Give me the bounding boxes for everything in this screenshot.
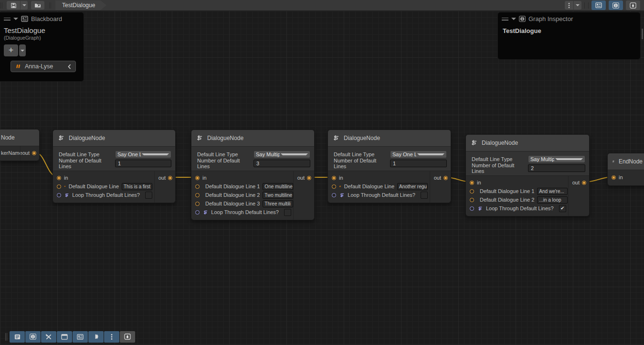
toolbar-separator <box>51 2 51 9</box>
port-label: Default Dialogue Line <box>344 183 394 189</box>
collapse-arrow-icon[interactable] <box>511 18 516 22</box>
console-button[interactable] <box>10 331 25 343</box>
end-node[interactable]: EndNode in <box>607 153 644 186</box>
dialogue-line-port[interactable] <box>195 193 200 197</box>
inspector-toggle-button[interactable] <box>609 0 623 10</box>
input-port[interactable] <box>332 176 336 180</box>
count-input[interactable]: 2 <box>528 164 585 172</box>
spark-button[interactable] <box>120 331 135 343</box>
inspector-selection-name: TestDialogue <box>503 27 635 34</box>
line-type-dropdown[interactable]: Say Multiple Lines <box>528 155 585 163</box>
dialogue-line-port[interactable] <box>195 202 200 206</box>
dialogue-line-input[interactable]: Three multili <box>263 200 293 207</box>
dialogue-line-input[interactable]: ...in a loop <box>537 196 568 204</box>
input-port[interactable] <box>195 176 200 180</box>
kebab-menu-dropdown[interactable] <box>574 1 581 10</box>
dialogue-line-port[interactable] <box>195 184 200 189</box>
node-properties: Default Line Type Say One Line Number of… <box>328 147 451 171</box>
line-type-dropdown[interactable]: Say Multiple Lines <box>253 151 310 158</box>
line-type-dropdown[interactable]: Say One Line <box>390 151 447 158</box>
dialogue-node-1[interactable]: DialogueNode Default Line Type Say One L… <box>53 129 176 203</box>
drag-handle-icon[interactable] <box>4 18 11 21</box>
loop-checkbox[interactable] <box>284 209 291 216</box>
tools-button[interactable] <box>41 331 56 343</box>
node-title: DialogueNode <box>482 140 518 146</box>
blackboard-toggle-button[interactable] <box>591 0 606 10</box>
dialogue-line-input[interactable]: And we're... <box>537 188 568 195</box>
preview-toggle-button[interactable] <box>88 331 104 343</box>
graph-inspector-header[interactable]: Graph Inspector <box>498 12 640 25</box>
add-property-button[interactable]: + <box>4 44 18 56</box>
loop-icon <box>477 205 483 211</box>
prop-label: Number of Default Lines <box>197 158 253 169</box>
count-input[interactable]: 1 <box>115 160 171 167</box>
toolbar-separator <box>584 2 585 9</box>
loop-port[interactable] <box>195 210 200 215</box>
output-port[interactable] <box>307 176 311 180</box>
dialogue-quote-icon <box>15 64 21 69</box>
minimap-toggle-button[interactable] <box>626 0 640 10</box>
output-port[interactable] <box>582 181 586 185</box>
dialogue-line-input[interactable]: Another regu <box>397 183 428 190</box>
input-port[interactable] <box>612 175 616 180</box>
input-port[interactable] <box>470 181 474 185</box>
node-title-bar[interactable]: DialogueNode <box>466 135 589 151</box>
save-options-button[interactable] <box>21 1 28 10</box>
dialogue-line-port[interactable] <box>332 184 336 189</box>
blackboard-property-anna-lyse[interactable]: Anna-Lyse <box>11 61 76 72</box>
dialogue-node-2[interactable]: DialogueNode Default Line Type Say Multi… <box>191 129 315 220</box>
count-input[interactable]: 1 <box>390 160 447 167</box>
dialogue-line-port[interactable] <box>470 189 474 194</box>
dialogue-node-3[interactable]: DialogueNode Default Line Type Say One L… <box>327 129 451 203</box>
speaker-node-partial[interactable]: Node kerName out <box>0 129 40 161</box>
window-button[interactable] <box>57 331 72 343</box>
inspector-button[interactable] <box>25 331 41 343</box>
panel-resize-handle[interactable] <box>642 29 643 39</box>
line-type-dropdown[interactable]: Say One Line <box>115 151 171 158</box>
dialogue-line-input[interactable]: This is a first <box>122 183 152 190</box>
collapse-arrow-icon[interactable] <box>13 18 18 22</box>
spark-flame-icon <box>630 2 636 9</box>
drag-handle-icon[interactable] <box>502 18 508 21</box>
folder-open-icon <box>34 2 41 8</box>
count-input[interactable]: 3 <box>253 160 310 167</box>
node-title-bar[interactable]: DialogueNode <box>191 130 314 147</box>
loop-checkbox[interactable] <box>145 192 152 199</box>
dialogue-line-port[interactable] <box>57 184 61 189</box>
blackboard-header[interactable]: Blackboard <box>0 12 84 25</box>
graph-canvas[interactable]: { "colors": { "accent_blue": "#3d5c78", … <box>0 0 644 345</box>
loop-checkbox[interactable] <box>421 192 428 199</box>
node-properties: Default Line Type Say One Line Number of… <box>53 147 175 171</box>
blackboard-button[interactable] <box>73 331 88 343</box>
chevron-left-icon[interactable] <box>68 64 71 69</box>
dropdown-arrow-icon <box>281 153 308 157</box>
loop-port[interactable] <box>57 193 61 197</box>
tab-testdialogue[interactable]: TestDialogue <box>55 0 106 10</box>
graph-inspector-panel[interactable]: Graph Inspector TestDialogue <box>497 12 641 60</box>
output-port[interactable] <box>443 176 448 180</box>
node-title-bar[interactable]: DialogueNode <box>53 130 175 147</box>
view-menu[interactable] <box>565 1 581 10</box>
loop-port[interactable] <box>470 206 474 211</box>
more-options-button[interactable] <box>104 331 119 343</box>
kebab-menu-button[interactable] <box>565 1 573 10</box>
output-port[interactable] <box>32 151 36 155</box>
tab-label: TestDialogue <box>62 2 95 9</box>
save-button[interactable] <box>7 1 20 10</box>
blackboard-panel[interactable]: Blackboard TestDialogue (DialogueGraph) … <box>0 12 84 82</box>
dialogue-node-4[interactable]: DialogueNode Default Line Type Say Multi… <box>465 134 590 216</box>
open-button[interactable] <box>31 1 44 10</box>
dialogue-line-input[interactable]: One multiline <box>263 183 293 190</box>
node-title-bar[interactable]: EndNode <box>608 153 644 170</box>
dialogue-line-input[interactable]: Two multiline <box>263 192 293 199</box>
add-property-dropdown[interactable] <box>19 44 26 56</box>
input-port[interactable] <box>57 176 61 180</box>
dialogue-line-port[interactable] <box>470 198 474 202</box>
output-port[interactable] <box>168 176 172 180</box>
node-title-bar[interactable]: Node <box>0 129 39 146</box>
node-title-bar[interactable]: DialogueNode <box>328 130 451 147</box>
property-name: Anna-Lyse <box>25 63 64 70</box>
loop-checkbox[interactable]: ✔ <box>559 205 566 212</box>
loop-port[interactable] <box>332 193 336 197</box>
port-label: Default Dialogue Line 3 <box>205 201 260 206</box>
